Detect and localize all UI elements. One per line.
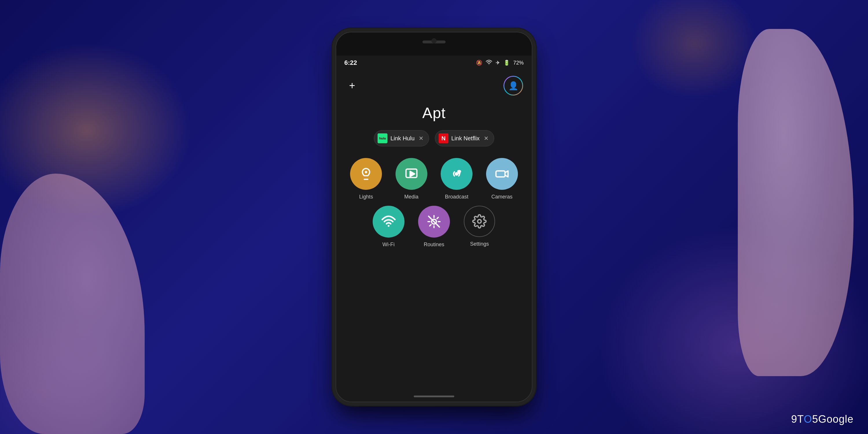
routines-item[interactable]: Routines [412, 206, 455, 248]
status-time: 6:22 [344, 59, 357, 66]
phone-wrapper: 6:22 🔕 ✈ 🔋 72% + [336, 32, 532, 402]
settings-icon [472, 214, 487, 228]
svg-marker-2 [410, 172, 414, 177]
add-button[interactable]: + [345, 79, 359, 93]
watermark: 9TO5Google [791, 413, 854, 425]
routines-icon [427, 214, 441, 229]
svg-point-7 [388, 225, 390, 226]
status-icons: 🔕 ✈ 🔋 72% [476, 60, 524, 66]
wifi-item[interactable]: Wi-Fi [367, 206, 410, 248]
svg-point-0 [365, 171, 367, 173]
secondary-icons-grid: Wi-Fi [367, 206, 501, 248]
hulu-icon: hulu [378, 133, 388, 143]
broadcast-icon: 2 [450, 167, 464, 181]
watermark-suffix: 5Google [812, 413, 854, 425]
broadcast-circle: 2 [441, 158, 472, 190]
front-camera [431, 38, 437, 43]
broadcast-label: Broadcast [445, 194, 468, 200]
svg-line-16 [430, 224, 431, 226]
chip-netflix-label: Link Netflix [452, 135, 480, 142]
avatar[interactable]: 👤 [503, 76, 523, 95]
chips-row: hulu Link Hulu ✕ N Link Netflix ✕ [374, 130, 494, 146]
airplane-icon: ✈ [496, 60, 500, 66]
app-title: Apt [422, 104, 445, 122]
chip-hulu-label: Link Hulu [390, 135, 414, 142]
routines-label: Routines [424, 242, 444, 248]
netflix-icon: N [439, 133, 448, 143]
lights-item[interactable]: Lights [345, 158, 388, 200]
screen-content: + 👤 Apt hulu Link Hulu ✕ N Link Netflix [336, 70, 532, 402]
watermark-prefix: 9T [791, 413, 804, 425]
mute-icon: 🔕 [476, 60, 482, 66]
watermark-o: O [804, 413, 812, 425]
battery-icon: 🔋 [503, 60, 510, 66]
camera-icon [495, 167, 509, 181]
cameras-circle [486, 158, 518, 190]
media-icon [404, 167, 418, 181]
svg-point-18 [478, 220, 482, 223]
cameras-label: Cameras [491, 194, 513, 200]
chip-netflix[interactable]: N Link Netflix ✕ [435, 130, 494, 146]
phone-screen: 6:22 🔕 ✈ 🔋 72% + [336, 32, 532, 402]
home-indicator [414, 396, 454, 397]
notch-area [336, 32, 532, 56]
chip-netflix-close[interactable]: ✕ [484, 135, 489, 142]
wifi-icon [381, 214, 396, 229]
wifi-status-icon [486, 60, 492, 66]
svg-text:2: 2 [458, 170, 460, 174]
battery-percentage: 72% [513, 60, 524, 66]
lights-circle [350, 158, 382, 190]
bulb-icon [359, 167, 373, 181]
chip-hulu-close[interactable]: ✕ [418, 135, 424, 142]
svg-line-15 [437, 217, 438, 219]
top-bar: + 👤 [345, 76, 523, 95]
broadcast-item[interactable]: 2 Broadcast [435, 158, 478, 200]
svg-rect-6 [496, 171, 505, 177]
settings-label: Settings [470, 241, 489, 247]
main-icons-grid: Lights Media [345, 158, 523, 200]
phone-device: 6:22 🔕 ✈ 🔋 72% + [336, 32, 532, 402]
media-label: Media [404, 194, 418, 200]
media-circle [396, 158, 427, 190]
cameras-item[interactable]: Cameras [481, 158, 523, 200]
status-bar: 6:22 🔕 ✈ 🔋 72% [336, 56, 532, 70]
wifi-circle [373, 206, 404, 238]
routines-circle [418, 206, 450, 238]
lights-label: Lights [359, 194, 373, 200]
wifi-label: Wi-Fi [382, 242, 395, 248]
chip-hulu[interactable]: hulu Link Hulu ✕ [374, 130, 429, 146]
media-item[interactable]: Media [390, 158, 433, 200]
settings-circle [464, 206, 495, 237]
settings-item[interactable]: Settings [458, 206, 501, 248]
